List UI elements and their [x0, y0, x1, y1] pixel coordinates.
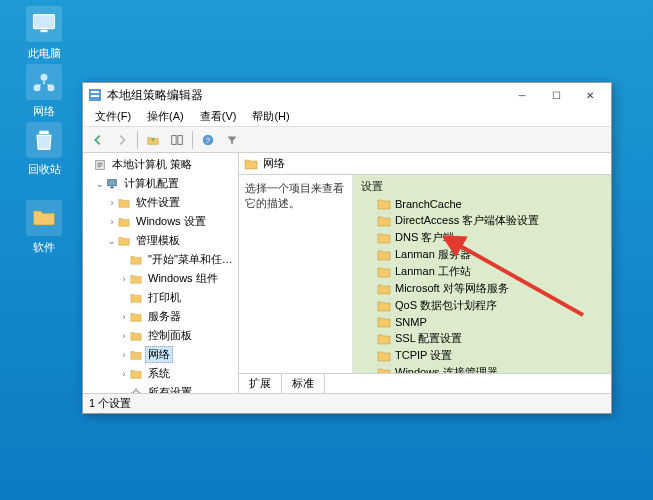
item-list[interactable]: 设置 BranchCacheDirectAccess 客户端体验设置DNS 客户… [353, 175, 611, 373]
folder-icon [377, 299, 391, 313]
maximize-button[interactable]: ☐ [539, 84, 573, 106]
expand-icon[interactable]: › [119, 274, 129, 284]
forward-button[interactable] [111, 129, 133, 151]
description-prompt: 选择一个项目来查看它的描述。 [245, 182, 344, 209]
expand-icon[interactable]: › [119, 331, 129, 341]
list-item-label: Windows 连接管理器 [395, 365, 498, 373]
tree-node[interactable]: ›Windows 组件 [83, 269, 238, 288]
folder-icon [117, 234, 131, 248]
svg-rect-5 [39, 131, 48, 135]
tree-node[interactable]: ⌄管理模板 [83, 231, 238, 250]
tree-node[interactable]: ›系统 [83, 364, 238, 383]
tree-node[interactable]: ›服务器 [83, 307, 238, 326]
folder-icon [129, 272, 143, 286]
svg-rect-7 [91, 91, 99, 93]
titlebar[interactable]: 本地组策略编辑器 ─ ☐ ✕ [83, 83, 611, 107]
tree-node[interactable]: 所有设置 [83, 383, 238, 393]
list-item[interactable]: Microsoft 对等网络服务 [353, 280, 611, 297]
folder-icon [377, 315, 391, 329]
tree-node[interactable]: ›Windows 设置 [83, 212, 238, 231]
expand-icon[interactable]: › [107, 217, 117, 227]
tree-label: Windows 设置 [133, 213, 209, 230]
tree-node[interactable]: ›控制面板 [83, 326, 238, 345]
list-item[interactable]: DNS 客户端 [353, 229, 611, 246]
list-item[interactable]: Lanman 服务器 [353, 246, 611, 263]
tab-extended[interactable]: 扩展 [239, 374, 282, 393]
help-button[interactable]: ? [197, 129, 219, 151]
svg-text:?: ? [206, 135, 211, 144]
svg-rect-10 [178, 135, 182, 144]
expand-icon[interactable]: › [119, 350, 129, 360]
list-item-label: QoS 数据包计划程序 [395, 298, 497, 313]
menu-view[interactable]: 查看(V) [192, 107, 245, 126]
tree-label: Windows 组件 [145, 270, 221, 287]
tree-panel[interactable]: 本地计算机 策略⌄计算机配置›软件设置›Windows 设置⌄管理模板"开始"菜… [83, 153, 239, 393]
desktop-icon-recycle-bin[interactable]: 回收站 [14, 122, 74, 177]
close-button[interactable]: ✕ [573, 84, 607, 106]
menu-help[interactable]: 帮助(H) [244, 107, 297, 126]
tree-node[interactable]: ›软件设置 [83, 193, 238, 212]
list-item[interactable]: SNMP [353, 314, 611, 330]
policy-icon [93, 158, 107, 172]
filter-button[interactable] [221, 129, 243, 151]
list-item[interactable]: BranchCache [353, 196, 611, 212]
gpedit-window: 本地组策略编辑器 ─ ☐ ✕ 文件(F) 操作(A) 查看(V) 帮助(H) ?… [82, 82, 612, 414]
expand-icon[interactable]: › [107, 198, 117, 208]
up-button[interactable] [142, 129, 164, 151]
folder-icon [129, 253, 143, 267]
desktop-icon-label: 网络 [14, 104, 74, 119]
show-hide-button[interactable] [166, 129, 188, 151]
desktop-icon-label: 软件 [14, 240, 74, 255]
tree-label: 控制面板 [145, 327, 195, 344]
tree-node[interactable]: 本地计算机 策略 [83, 155, 238, 174]
folder-icon [377, 231, 391, 245]
list-item-label: DirectAccess 客户端体验设置 [395, 213, 539, 228]
list-item-label: TCPIP 设置 [395, 348, 452, 363]
expand-icon[interactable]: › [119, 369, 129, 379]
tree-label: 软件设置 [133, 194, 183, 211]
minimize-button[interactable]: ─ [505, 84, 539, 106]
folder-icon [377, 248, 391, 262]
right-header: 网络 [239, 153, 611, 175]
svg-rect-8 [91, 95, 99, 97]
tree-label: 打印机 [145, 289, 184, 306]
menu-action[interactable]: 操作(A) [139, 107, 192, 126]
expand-icon[interactable]: › [119, 312, 129, 322]
item-description-panel: 选择一个项目来查看它的描述。 [239, 175, 353, 373]
list-item[interactable]: QoS 数据包计划程序 [353, 297, 611, 314]
menu-file[interactable]: 文件(F) [87, 107, 139, 126]
tree-label: 计算机配置 [121, 175, 182, 192]
desktop-icon-network[interactable]: 网络 [14, 64, 74, 119]
desktop-icon-this-pc[interactable]: 此电脑 [14, 6, 74, 61]
toolbar: ? [83, 127, 611, 153]
list-item-label: Lanman 服务器 [395, 247, 471, 262]
list-item-label: Microsoft 对等网络服务 [395, 281, 509, 296]
desktop-icon-software[interactable]: 软件 [14, 200, 74, 255]
folder-icon [117, 196, 131, 210]
tree-node[interactable]: ⌄计算机配置 [83, 174, 238, 193]
collapse-icon[interactable]: ⌄ [107, 236, 117, 246]
back-button[interactable] [87, 129, 109, 151]
folder-icon [129, 329, 143, 343]
folder-icon [243, 156, 259, 172]
tabs-row: 扩展 标准 [239, 373, 611, 393]
list-item[interactable]: TCPIP 设置 [353, 347, 611, 364]
collapse-icon[interactable]: ⌄ [95, 179, 105, 189]
tab-standard[interactable]: 标准 [282, 374, 325, 393]
desktop-icon-label: 此电脑 [14, 46, 74, 61]
folder-icon [377, 349, 391, 363]
list-item-label: BranchCache [395, 198, 462, 210]
tree-node[interactable]: "开始"菜单和任… [83, 250, 238, 269]
settings-icon [129, 386, 143, 394]
desktop-icon-label: 回收站 [14, 162, 74, 177]
list-item[interactable]: SSL 配置设置 [353, 330, 611, 347]
list-item[interactable]: DirectAccess 客户端体验设置 [353, 212, 611, 229]
right-header-title: 网络 [263, 156, 285, 171]
tree-node[interactable]: ›网络 [83, 345, 238, 364]
list-item[interactable]: Lanman 工作站 [353, 263, 611, 280]
list-item-label: SNMP [395, 316, 427, 328]
list-item[interactable]: Windows 连接管理器 [353, 364, 611, 373]
recycle-bin-icon [26, 122, 62, 158]
right-pane: 网络 选择一个项目来查看它的描述。 设置 BranchCacheDirectAc… [239, 153, 611, 393]
tree-node[interactable]: 打印机 [83, 288, 238, 307]
